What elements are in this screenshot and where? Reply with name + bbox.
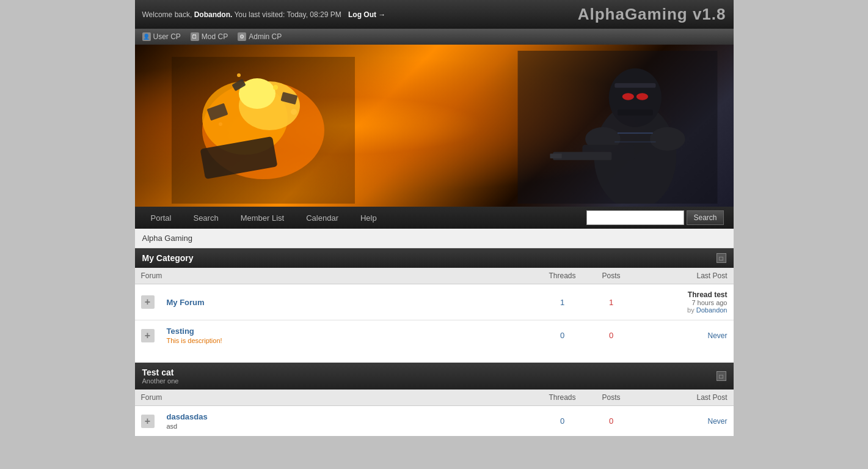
forum-status-icon-my-forum: +: [141, 295, 155, 309]
forum-name-dasdasdas[interactable]: dasdasdas: [167, 412, 208, 421]
categories-container: My Category □ Forum Threads Posts Last P…: [135, 248, 734, 436]
user-cp-label: User CP: [153, 32, 181, 41]
svg-point-16: [622, 93, 633, 100]
nav-help[interactable]: Help: [349, 207, 388, 229]
cpbar: 👤 User CP 🗒 Mod CP ⚙ Admin CP: [135, 29, 734, 45]
navbar-search-area: Search: [582, 207, 728, 229]
table-row: + My Forum 1 1 Thread test 7 hours ago: [135, 284, 734, 320]
category-collapse-my-category[interactable]: □: [717, 253, 726, 263]
topbar: Welcome back, Dobandon. You last visited…: [135, 0, 734, 29]
breadcrumb-label: Alpha Gaming: [142, 234, 192, 243]
forum-status-icon-dasdasdas: +: [141, 415, 155, 428]
col-threads-1: Threads: [538, 268, 587, 284]
table-row: + dasdasdas asd 0 0 Never: [135, 406, 734, 437]
forum-desc-dasdasdas: asd: [167, 423, 532, 430]
svg-rect-19: [618, 109, 653, 116]
mod-cp-label: Mod CP: [202, 32, 228, 41]
category-my-category: My Category □ Forum Threads Posts Last P…: [135, 248, 734, 350]
nav-memberlist[interactable]: Member List: [230, 207, 296, 229]
forum-icon-my-forum: +: [135, 284, 161, 320]
topbar-last-visited: You last visited: Today, 08:29 PM: [234, 10, 341, 19]
user-cp-icon: 👤: [142, 32, 151, 41]
nav-portal[interactable]: Portal: [140, 207, 183, 229]
forum-status-icon-testing: +: [141, 329, 155, 342]
mod-cp-link[interactable]: 🗒 Mod CP: [191, 32, 228, 41]
svg-point-21: [649, 127, 685, 150]
forum-name-testing[interactable]: Testing: [167, 327, 194, 336]
svg-rect-24: [550, 153, 561, 158]
forum-lastpost-dasdasdas: Never: [636, 406, 734, 437]
col-threads-2: Threads: [538, 390, 587, 406]
col-lastpost-1: Last Post: [636, 268, 734, 284]
admin-cp-icon: ⚙: [238, 32, 246, 41]
forum-threads-testing: 0: [538, 320, 587, 351]
svg-rect-18: [615, 83, 655, 88]
forum-table-my-category: Forum Threads Posts Last Post + My Forum: [135, 268, 734, 350]
forum-posts-my-forum: 1: [587, 284, 636, 320]
topbar-welcome-text: Welcome back,: [142, 10, 192, 19]
banner-explosion-svg: [172, 57, 355, 204]
search-button[interactable]: Search: [687, 210, 723, 225]
forum-threads-dasdasdas: 0: [538, 406, 587, 437]
topbar-username: Dobandon.: [194, 10, 233, 19]
user-cp-link[interactable]: 👤 User CP: [142, 32, 181, 41]
svg-rect-23: [553, 152, 611, 160]
col-forum-1: Forum: [135, 268, 538, 284]
lastpost-title-my-forum: Thread test: [642, 290, 728, 299]
search-input[interactable]: [586, 210, 684, 225]
svg-point-9: [273, 85, 278, 90]
mod-cp-icon: 🗒: [191, 32, 199, 41]
lastpost-time-my-forum: 7 hours ago: [642, 299, 728, 306]
navbar-links: Portal Search Member List Calendar Help: [140, 207, 582, 229]
navbar: Portal Search Member List Calendar Help …: [135, 207, 734, 229]
breadcrumb: Alpha Gaming: [135, 229, 734, 248]
topbar-welcome: Welcome back, Dobandon. You last visited…: [142, 10, 386, 19]
forum-threads-my-forum: 1: [538, 284, 587, 320]
banner-character-svg: [514, 51, 721, 204]
nav-search[interactable]: Search: [182, 207, 229, 229]
site-title: AlphaGaming v1.8: [578, 5, 726, 24]
nav-calendar[interactable]: Calendar: [295, 207, 349, 229]
category-subtitle-test-cat: Another one: [142, 377, 179, 385]
forum-info-dasdasdas: dasdasdas asd: [161, 406, 538, 437]
lastpost-never-testing: Never: [642, 331, 728, 340]
svg-point-17: [636, 93, 647, 100]
svg-point-11: [291, 109, 297, 115]
category-title-test-cat: Test cat: [142, 367, 179, 377]
forum-info-my-forum: My Forum: [161, 284, 538, 320]
forum-name-my-forum[interactable]: My Forum: [167, 298, 205, 307]
category-header-test-cat: Test cat Another one □: [135, 363, 734, 390]
col-posts-2: Posts: [587, 390, 636, 406]
category-title-my-category: My Category: [142, 253, 194, 263]
forum-lastpost-testing: Never: [636, 320, 734, 351]
banner: [135, 45, 734, 207]
category-collapse-test-cat[interactable]: □: [717, 371, 726, 381]
lastpost-author-link-my-forum[interactable]: Dobandon: [696, 306, 728, 314]
forum-icon-dasdasdas: +: [135, 406, 161, 437]
col-lastpost-2: Last Post: [636, 390, 734, 406]
forum-desc-testing: This is description!: [167, 337, 532, 344]
category-header-my-category: My Category □: [135, 248, 734, 268]
admin-cp-link[interactable]: ⚙ Admin CP: [238, 32, 282, 41]
col-posts-1: Posts: [587, 268, 636, 284]
col-forum-2: Forum: [135, 390, 538, 406]
forum-icon-testing: +: [135, 320, 161, 351]
forum-posts-testing: 0: [587, 320, 636, 351]
forum-lastpost-my-forum: Thread test 7 hours ago by Dobandon: [636, 284, 734, 320]
lastpost-never-dasdasdas: Never: [642, 417, 728, 426]
forum-table-test-cat: Forum Threads Posts Last Post + dasdasda…: [135, 390, 734, 436]
svg-point-12: [219, 122, 222, 126]
table-row: + Testing This is description! 0 0 Never: [135, 320, 734, 351]
admin-cp-label: Admin CP: [249, 32, 282, 41]
forum-info-testing: Testing This is description!: [161, 320, 538, 351]
category-test-cat: Test cat Another one □ Forum Threads Pos…: [135, 363, 734, 436]
svg-point-10: [237, 73, 241, 77]
svg-point-15: [608, 68, 662, 127]
logout-link[interactable]: Log Out →: [348, 10, 385, 19]
lastpost-author-my-forum: by Dobandon: [642, 306, 728, 314]
forum-posts-dasdasdas: 0: [587, 406, 636, 437]
